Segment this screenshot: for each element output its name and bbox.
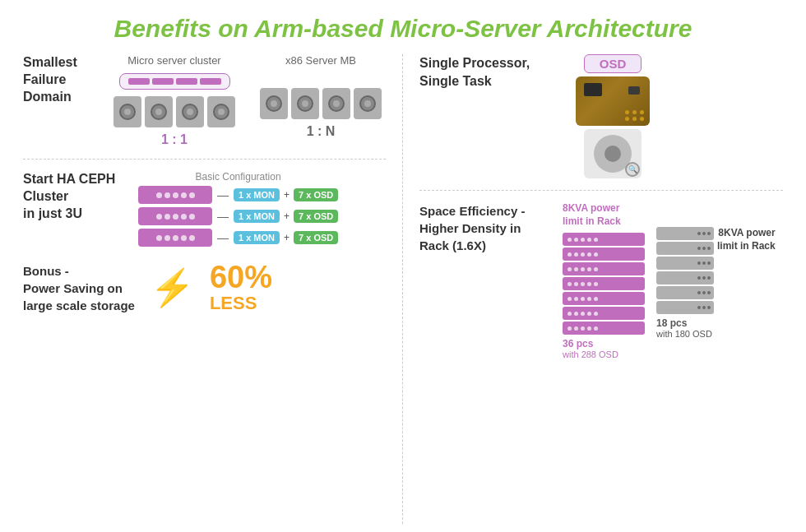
gray-bar-1 [656,227,714,240]
sixty-percent-group: 60% LESS [210,261,272,314]
x86-disk-4 [359,95,376,112]
osd-tag: OSD [584,54,642,73]
disk-icon-4 [213,104,229,120]
ha-dots-3 [156,235,195,241]
ha-plus-3: + [284,232,290,243]
ha-plus-2: + [284,210,290,222]
ha-row-3: — 1 x MON + 7 x OSD [138,229,338,247]
x86-node-1 [260,88,288,119]
ha-config-area: Basic Configuration — 1 x MON + 7 x [138,171,338,250]
kva-label-left: 8KVA powerlimit in Rack [563,202,621,228]
ha-purple-bar-1 [138,186,212,204]
disk-icon-1 [119,104,136,120]
space-efficiency-section: Space Efficiency -Higher Density inRack … [419,202,783,359]
cluster-bar-3 [176,78,197,85]
micro-nodes-row [113,96,235,127]
ha-mon-3: 1 x MON [234,231,280,244]
ratio-1-n: 1 : N [307,124,336,139]
rack-bottom-right-sub: with 180 OSD [656,329,712,339]
space-efficiency-label: Space Efficiency -Higher Density inRack … [419,202,551,254]
x86-node-2 [291,88,319,119]
micro-cluster-label: Micro server cluster [127,54,220,67]
x86-node-4 [354,88,382,119]
micro-node-4 [207,96,235,127]
page-title: Benefits on Arm-based Micro-Server Archi… [23,15,783,43]
purple-bar-4 [563,277,645,290]
x86-disk-1 [266,95,282,112]
kva-label-right: 8KVA powerlimit in Rack [717,227,776,252]
purple-bar-6 [563,307,645,320]
purple-bar-5 [563,292,645,305]
disk-inner-circle [604,146,621,162]
micro-node-3 [176,96,204,127]
gray-bars [656,227,714,314]
rack-bottom-left-sub: with 288 OSD [563,349,618,359]
purple-bar-2 [563,247,645,261]
x86-disk-2 [297,95,313,112]
magnify-icon: 🔍 [625,162,640,177]
x86-group: x86 Server MB 1 : N [260,54,382,139]
ratio-1-1: 1 : 1 [161,132,188,147]
x86-nodes-row [260,88,382,119]
osd-box-area: OSD 🔍 [576,54,650,178]
gray-bar-4 [656,271,714,285]
purple-bars [563,233,645,335]
board-chip-1 [584,83,602,96]
disk-icon-3 [182,104,198,120]
single-processor-section: Single Processor,Single Task OSD [419,54,783,191]
ha-dots-1 [156,192,195,198]
purple-bar-1 [563,233,645,246]
purple-rack-col: 8KVA powerlimit in Rack 36 pcs [563,202,645,359]
ha-mon-1: 1 x MON [234,188,280,201]
left-half: SmallestFailureDomain Micro server clust… [23,54,403,524]
cluster-bar-1 [128,78,150,85]
ha-dots-2 [156,214,195,220]
x86-node-3 [322,88,350,119]
ha-mon-2: 1 x MON [234,210,280,223]
rack-viz: 8KVA powerlimit in Rack 36 pcs [563,202,776,359]
ha-osd-3: 7 x OSD [294,231,338,244]
ha-row-1: — 1 x MON + 7 x OSD [138,186,338,204]
sixty-less-text: LESS [210,293,257,314]
gray-bar-5 [656,286,714,299]
lightning-icon: ⚡ [150,266,195,309]
gray-bar-3 [656,257,714,270]
board-dots [625,110,645,121]
x86-label: x86 Server MB [285,54,356,67]
board-chip-2 [628,86,640,95]
ha-arrow-2: — [217,210,229,223]
gray-bar-2 [656,242,714,255]
failure-domain-label: SmallestFailureDomain [23,54,105,105]
cluster-box [119,73,230,90]
ha-plus-1: + [284,189,290,201]
rack-top-area: 8KVA powerlimit in Rack 36 pcs [563,202,776,359]
basic-config-label: Basic Configuration [138,171,338,183]
ha-osd-2: 7 x OSD [294,210,338,223]
ha-arrow-3: — [217,231,229,244]
micro-cluster-group: Micro server cluster [113,54,235,147]
cluster-bar-2 [152,78,174,85]
single-processor-label: Single Processor,Single Task [419,54,567,91]
ha-ceph-section: Start HA CEPHClusterin just 3U Basic Con… [23,171,386,314]
osd-board-image [576,76,650,126]
cluster-bar-4 [200,78,221,85]
main-container: Benefits on Arm-based Micro-Server Archi… [0,0,806,532]
rack-bottom-right: 18 pcs [656,317,687,329]
osd-disk-icon: 🔍 [584,129,642,178]
failure-domain-section: SmallestFailureDomain Micro server clust… [23,54,386,160]
ha-purple-bar-3 [138,229,212,247]
x86-disk-3 [328,95,345,112]
micro-node-1 [113,96,141,127]
content-area: SmallestFailureDomain Micro server clust… [23,54,783,524]
bonus-label: Bonus -Power Saving onlarge scale storag… [23,262,135,314]
right-half: Single Processor,Single Task OSD [403,54,783,524]
ha-purple-bar-2 [138,207,212,225]
purple-bar-7 [563,322,645,335]
ha-osd-1: 7 x OSD [294,188,338,201]
ha-top-row: Start HA CEPHClusterin just 3U Basic Con… [23,171,386,250]
ha-row-2: — 1 x MON + 7 x OSD [138,207,338,225]
disk-icon-2 [151,104,167,120]
bonus-section: Bonus -Power Saving onlarge scale storag… [23,261,386,314]
purple-bar-3 [563,262,645,275]
ha-arrow-1: — [217,188,229,201]
